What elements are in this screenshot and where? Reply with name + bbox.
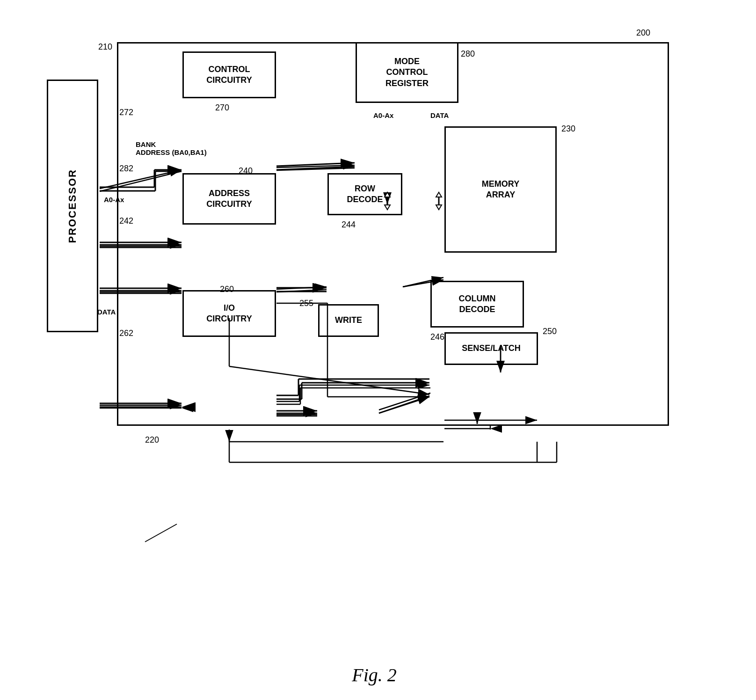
label-262: 262: [119, 328, 133, 338]
label-270: 270: [215, 103, 229, 113]
write-box: WRITE: [318, 304, 379, 337]
label-210: 210: [98, 42, 112, 52]
label-280: 280: [461, 49, 475, 59]
processor-box: PROCESSOR: [47, 80, 98, 332]
mode-control-box: MODECONTROLREGISTER: [356, 42, 458, 103]
row-decode-label: ROWDECODE: [347, 183, 383, 205]
a0-ax-left-label: A0-Ax: [104, 196, 124, 204]
processor-label: PROCESSOR: [66, 169, 79, 243]
memory-array-box: MEMORYARRAY: [444, 126, 557, 253]
address-circuitry-label: ADDRESSCIRCUITRY: [206, 188, 252, 210]
column-decode-label: COLUMNDECODE: [459, 293, 496, 315]
io-circuitry-label: I/OCIRCUITRY: [206, 303, 252, 325]
figure-label: Fig. 2: [352, 664, 397, 686]
label-240: 240: [239, 166, 253, 176]
data-mode-label: DATA: [430, 111, 449, 119]
label-250: 250: [543, 327, 557, 336]
io-circuitry-box: I/OCIRCUITRY: [182, 290, 276, 337]
write-label: WRITE: [335, 315, 362, 326]
label-220: 220: [145, 435, 159, 445]
row-decode-box: ROWDECODE: [327, 173, 402, 215]
label-282: 282: [119, 164, 133, 174]
label-272: 272: [119, 108, 133, 117]
label-260: 260: [220, 284, 234, 294]
sense-latch-box: SENSE/LATCH: [444, 332, 538, 365]
data-left-label: DATA: [97, 308, 116, 316]
bank-address-label: BANKADDRESS (BA0,BA1): [136, 140, 207, 156]
label-200: 200: [636, 28, 650, 38]
column-decode-box: COLUMNDECODE: [430, 281, 524, 328]
memory-array-label: MEMORYARRAY: [482, 179, 519, 201]
label-246: 246: [430, 332, 444, 342]
label-230: 230: [561, 124, 575, 134]
control-circuitry-box: CONTROLCIRCUITRY: [182, 51, 276, 98]
diagram-container: 210 200 PROCESSOR CONTROLCIRCUITRY 270 M…: [37, 14, 711, 700]
address-circuitry-box: ADDRESSCIRCUITRY: [182, 173, 276, 225]
label-244: 244: [342, 220, 356, 230]
label-255: 255: [299, 299, 313, 308]
a0-ax-mode-label: A0-Ax: [373, 111, 393, 119]
control-circuitry-label: CONTROLCIRCUITRY: [206, 64, 252, 86]
mode-control-label: MODECONTROLREGISTER: [385, 56, 429, 89]
sense-latch-label: SENSE/LATCH: [462, 343, 521, 354]
label-242: 242: [119, 216, 133, 226]
svg-line-48: [145, 524, 177, 542]
